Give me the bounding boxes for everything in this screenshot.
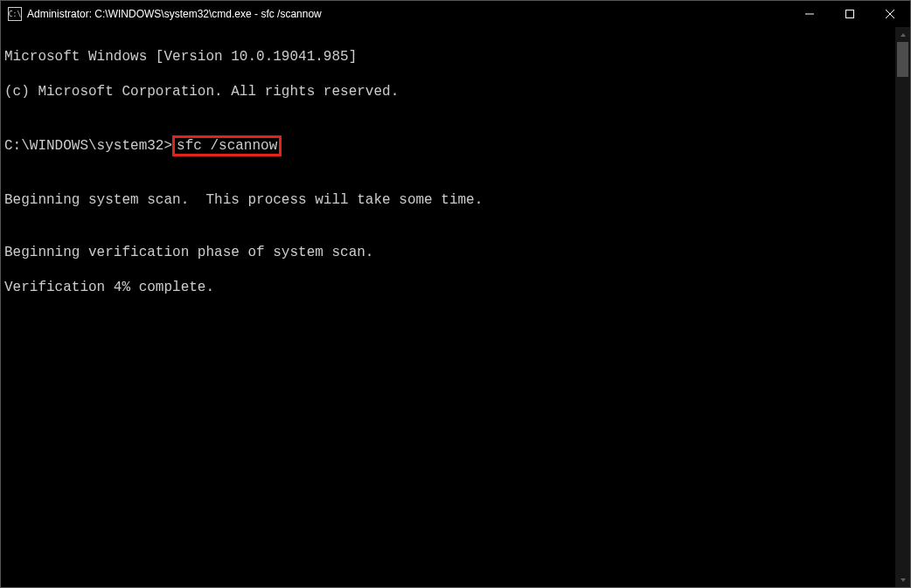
output-line-copyright: (c) Microsoft Corporation. All rights re… xyxy=(4,83,892,100)
svg-rect-0 xyxy=(846,10,854,18)
command-highlight: sfc /scannow xyxy=(172,135,282,156)
output-line-version: Microsoft Windows [Version 10.0.19041.98… xyxy=(4,48,892,66)
scroll-up-button[interactable] xyxy=(895,27,910,42)
output-line-begin-scan: Beginning system scan. This process will… xyxy=(4,191,892,209)
terminal-output[interactable]: Microsoft Windows [Version 10.0.19041.98… xyxy=(1,27,895,587)
scroll-track[interactable] xyxy=(895,42,910,572)
output-line-verify-progress: Verification 4% complete. xyxy=(4,279,892,296)
output-prompt-line: C:\WINDOWS\system32>sfc /scannow xyxy=(4,135,892,156)
app-icon: C:\ xyxy=(8,7,22,21)
minimize-button[interactable] xyxy=(789,1,830,27)
client-area: Microsoft Windows [Version 10.0.19041.98… xyxy=(1,27,910,587)
output-line-begin-verify: Beginning verification phase of system s… xyxy=(4,244,892,261)
scroll-down-button[interactable] xyxy=(895,572,910,587)
prompt-text: C:\WINDOWS\system32> xyxy=(4,138,172,154)
vertical-scrollbar[interactable] xyxy=(895,27,910,587)
cmd-window: C:\ Administrator: C:\WINDOWS\system32\c… xyxy=(0,0,911,588)
title-bar[interactable]: C:\ Administrator: C:\WINDOWS\system32\c… xyxy=(1,1,910,27)
window-title: Administrator: C:\WINDOWS\system32\cmd.e… xyxy=(27,8,322,20)
maximize-button[interactable] xyxy=(830,1,870,27)
close-button[interactable] xyxy=(870,1,910,27)
scroll-thumb[interactable] xyxy=(897,42,908,77)
